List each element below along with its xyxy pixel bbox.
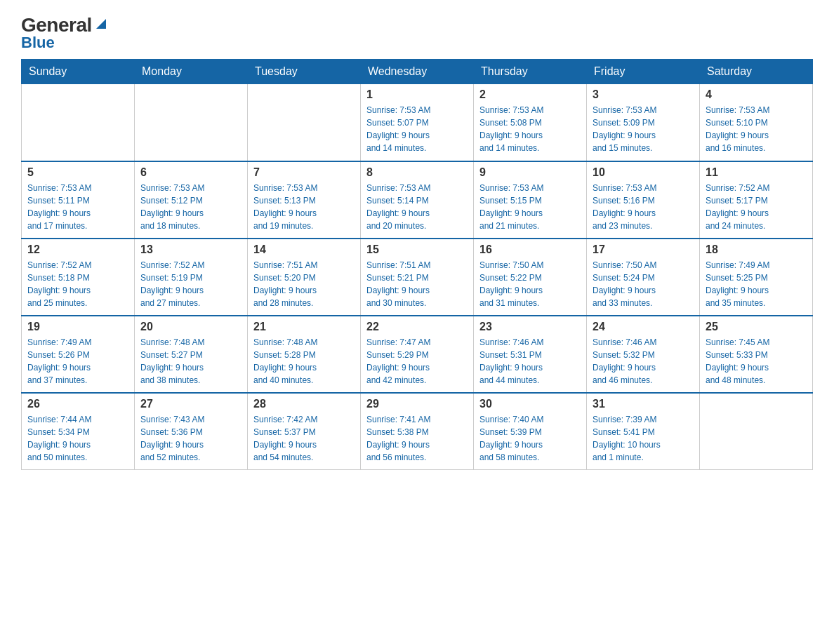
calendar-cell: 4Sunrise: 7:53 AMSunset: 5:10 PMDaylight…	[700, 84, 813, 161]
day-number: 2	[479, 88, 581, 101]
day-info: Sunrise: 7:53 AMSunset: 5:12 PMDaylight:…	[140, 182, 241, 232]
day-info: Sunrise: 7:53 AMSunset: 5:09 PMDaylight:…	[593, 104, 694, 154]
calendar-cell: 8Sunrise: 7:53 AMSunset: 5:14 PMDaylight…	[361, 161, 474, 239]
calendar-cell: 11Sunrise: 7:52 AMSunset: 5:17 PMDayligh…	[700, 161, 813, 239]
day-info: Sunrise: 7:41 AMSunset: 5:38 PMDaylight:…	[366, 413, 468, 464]
day-info: Sunrise: 7:52 AMSunset: 5:19 PMDaylight:…	[140, 259, 241, 309]
calendar-week-1: 1Sunrise: 7:53 AMSunset: 5:07 PMDaylight…	[22, 84, 813, 161]
calendar-week-3: 12Sunrise: 7:52 AMSunset: 5:18 PMDayligh…	[22, 239, 813, 316]
page: General Blue SundayMondayTuesdayWednesda…	[0, 0, 834, 491]
day-number: 6	[140, 166, 241, 179]
day-info: Sunrise: 7:50 AMSunset: 5:24 PMDaylight:…	[593, 259, 694, 309]
calendar-cell: 12Sunrise: 7:52 AMSunset: 5:18 PMDayligh…	[22, 239, 135, 316]
day-number: 31	[593, 398, 694, 410]
calendar-cell: 17Sunrise: 7:50 AMSunset: 5:24 PMDayligh…	[587, 239, 700, 316]
day-info: Sunrise: 7:46 AMSunset: 5:31 PMDaylight:…	[479, 336, 581, 387]
calendar-cell	[22, 84, 135, 161]
weekday-header-tuesday: Tuesday	[248, 60, 361, 84]
calendar-cell: 9Sunrise: 7:53 AMSunset: 5:15 PMDaylight…	[474, 161, 587, 239]
calendar-cell: 20Sunrise: 7:48 AMSunset: 5:27 PMDayligh…	[135, 316, 248, 393]
day-info: Sunrise: 7:51 AMSunset: 5:20 PMDaylight:…	[253, 259, 355, 309]
day-number: 8	[366, 166, 468, 179]
calendar-cell: 27Sunrise: 7:43 AMSunset: 5:36 PMDayligh…	[135, 393, 248, 470]
calendar-cell: 15Sunrise: 7:51 AMSunset: 5:21 PMDayligh…	[361, 239, 474, 316]
day-info: Sunrise: 7:50 AMSunset: 5:22 PMDaylight:…	[479, 259, 581, 309]
calendar-cell: 26Sunrise: 7:44 AMSunset: 5:34 PMDayligh…	[22, 393, 135, 470]
calendar-cell: 5Sunrise: 7:53 AMSunset: 5:11 PMDaylight…	[22, 161, 135, 239]
day-info: Sunrise: 7:40 AMSunset: 5:39 PMDaylight:…	[479, 413, 581, 464]
weekday-header-row: SundayMondayTuesdayWednesdayThursdayFrid…	[22, 60, 813, 84]
day-number: 13	[140, 243, 241, 256]
day-info: Sunrise: 7:53 AMSunset: 5:10 PMDaylight:…	[706, 104, 807, 154]
day-info: Sunrise: 7:52 AMSunset: 5:17 PMDaylight:…	[706, 182, 807, 232]
calendar-week-4: 19Sunrise: 7:49 AMSunset: 5:26 PMDayligh…	[22, 316, 813, 393]
logo-blue-text: Blue	[21, 34, 55, 52]
weekday-header-friday: Friday	[587, 60, 700, 84]
day-info: Sunrise: 7:53 AMSunset: 5:11 PMDaylight:…	[27, 182, 128, 232]
calendar-cell: 16Sunrise: 7:50 AMSunset: 5:22 PMDayligh…	[474, 239, 587, 316]
weekday-header-monday: Monday	[135, 60, 248, 84]
day-number: 20	[140, 321, 241, 333]
day-info: Sunrise: 7:49 AMSunset: 5:26 PMDaylight:…	[27, 336, 128, 387]
calendar-cell: 3Sunrise: 7:53 AMSunset: 5:09 PMDaylight…	[587, 84, 700, 161]
day-info: Sunrise: 7:53 AMSunset: 5:08 PMDaylight:…	[479, 104, 581, 154]
day-info: Sunrise: 7:53 AMSunset: 5:16 PMDaylight:…	[593, 182, 694, 232]
day-info: Sunrise: 7:53 AMSunset: 5:14 PMDaylight:…	[366, 182, 468, 232]
day-info: Sunrise: 7:45 AMSunset: 5:33 PMDaylight:…	[706, 336, 807, 387]
day-info: Sunrise: 7:52 AMSunset: 5:18 PMDaylight:…	[27, 259, 128, 309]
weekday-header-thursday: Thursday	[474, 60, 587, 84]
day-info: Sunrise: 7:48 AMSunset: 5:27 PMDaylight:…	[140, 336, 241, 387]
calendar-cell: 23Sunrise: 7:46 AMSunset: 5:31 PMDayligh…	[474, 316, 587, 393]
day-number: 12	[27, 243, 128, 256]
day-info: Sunrise: 7:44 AMSunset: 5:34 PMDaylight:…	[27, 413, 128, 464]
calendar-cell: 22Sunrise: 7:47 AMSunset: 5:29 PMDayligh…	[361, 316, 474, 393]
calendar-cell: 31Sunrise: 7:39 AMSunset: 5:41 PMDayligh…	[587, 393, 700, 470]
day-number: 26	[27, 398, 128, 410]
day-info: Sunrise: 7:48 AMSunset: 5:28 PMDaylight:…	[253, 336, 355, 387]
day-info: Sunrise: 7:53 AMSunset: 5:15 PMDaylight:…	[479, 182, 581, 232]
day-info: Sunrise: 7:53 AMSunset: 5:13 PMDaylight:…	[253, 182, 355, 232]
weekday-header-wednesday: Wednesday	[361, 60, 474, 84]
day-number: 9	[479, 166, 581, 179]
day-number: 23	[479, 321, 581, 333]
calendar-cell: 13Sunrise: 7:52 AMSunset: 5:19 PMDayligh…	[135, 239, 248, 316]
calendar-cell: 19Sunrise: 7:49 AMSunset: 5:26 PMDayligh…	[22, 316, 135, 393]
svg-marker-0	[96, 19, 106, 29]
day-info: Sunrise: 7:47 AMSunset: 5:29 PMDaylight:…	[366, 336, 468, 387]
day-number: 4	[706, 88, 807, 101]
day-number: 14	[253, 243, 355, 256]
calendar-cell: 30Sunrise: 7:40 AMSunset: 5:39 PMDayligh…	[474, 393, 587, 470]
day-number: 16	[479, 243, 581, 256]
day-number: 19	[27, 321, 128, 333]
day-number: 29	[366, 398, 468, 410]
day-number: 21	[253, 321, 355, 333]
day-number: 25	[706, 321, 807, 333]
day-info: Sunrise: 7:42 AMSunset: 5:37 PMDaylight:…	[253, 413, 355, 464]
calendar-cell: 10Sunrise: 7:53 AMSunset: 5:16 PMDayligh…	[587, 161, 700, 239]
day-info: Sunrise: 7:39 AMSunset: 5:41 PMDaylight:…	[593, 413, 694, 464]
calendar-cell: 29Sunrise: 7:41 AMSunset: 5:38 PMDayligh…	[361, 393, 474, 470]
calendar-cell	[248, 84, 361, 161]
calendar-cell: 28Sunrise: 7:42 AMSunset: 5:37 PMDayligh…	[248, 393, 361, 470]
day-number: 3	[593, 88, 694, 101]
calendar-week-5: 26Sunrise: 7:44 AMSunset: 5:34 PMDayligh…	[22, 393, 813, 470]
day-number: 5	[27, 166, 128, 179]
day-number: 10	[593, 166, 694, 179]
header: General Blue	[21, 14, 813, 52]
weekday-header-sunday: Sunday	[22, 60, 135, 84]
day-number: 11	[706, 166, 807, 179]
calendar-cell: 14Sunrise: 7:51 AMSunset: 5:20 PMDayligh…	[248, 239, 361, 316]
day-number: 28	[253, 398, 355, 410]
calendar-cell: 24Sunrise: 7:46 AMSunset: 5:32 PMDayligh…	[587, 316, 700, 393]
weekday-header-saturday: Saturday	[700, 60, 813, 84]
day-info: Sunrise: 7:49 AMSunset: 5:25 PMDaylight:…	[706, 259, 807, 309]
calendar-cell: 21Sunrise: 7:48 AMSunset: 5:28 PMDayligh…	[248, 316, 361, 393]
calendar-cell	[700, 393, 813, 470]
day-number: 24	[593, 321, 694, 333]
calendar-cell: 25Sunrise: 7:45 AMSunset: 5:33 PMDayligh…	[700, 316, 813, 393]
day-number: 17	[593, 243, 694, 256]
calendar: SundayMondayTuesdayWednesdayThursdayFrid…	[21, 59, 813, 470]
calendar-cell: 6Sunrise: 7:53 AMSunset: 5:12 PMDaylight…	[135, 161, 248, 239]
day-info: Sunrise: 7:46 AMSunset: 5:32 PMDaylight:…	[593, 336, 694, 387]
calendar-cell: 7Sunrise: 7:53 AMSunset: 5:13 PMDaylight…	[248, 161, 361, 239]
